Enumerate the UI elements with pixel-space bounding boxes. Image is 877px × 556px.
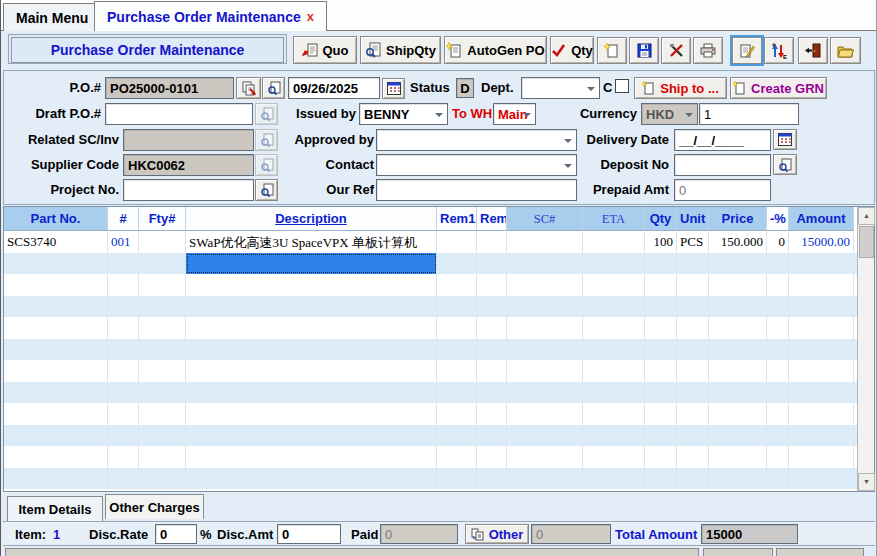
- cell-part_no[interactable]: [4, 403, 108, 425]
- cell-rem2[interactable]: [477, 231, 507, 253]
- prepaid-amt-field[interactable]: 0: [674, 179, 771, 201]
- cell-rem1[interactable]: [437, 231, 477, 253]
- cell-fty[interactable]: [139, 403, 186, 425]
- cell-qty[interactable]: [645, 253, 677, 275]
- column-header-rem2[interactable]: Rem2: [477, 207, 507, 231]
- cell-part_no[interactable]: [4, 382, 108, 404]
- contact-combobox[interactable]: [376, 154, 577, 176]
- po-number-field[interactable]: PO25000-0101: [105, 77, 234, 99]
- cell-qty[interactable]: [645, 274, 677, 296]
- cell-amount[interactable]: [789, 425, 854, 447]
- cell-part_no[interactable]: [4, 468, 108, 490]
- tab-other-charges[interactable]: Other Charges: [105, 494, 204, 519]
- cell-eta[interactable]: [583, 468, 645, 490]
- cell-price[interactable]: [709, 253, 767, 275]
- cell-sc[interactable]: [507, 446, 583, 468]
- cell-fty[interactable]: [139, 317, 186, 339]
- print-button[interactable]: [693, 37, 723, 64]
- cell-fty[interactable]: [139, 339, 186, 361]
- cell-amount[interactable]: [789, 468, 854, 490]
- cell-rem1[interactable]: [437, 339, 477, 361]
- cell-fty[interactable]: [139, 468, 186, 490]
- cell-num[interactable]: [108, 253, 139, 275]
- cell-sc[interactable]: [507, 468, 583, 490]
- disc-rate-field[interactable]: 0: [155, 524, 197, 544]
- po-lookup-button[interactable]: [262, 77, 285, 99]
- cell-num[interactable]: [108, 446, 139, 468]
- cell-qty[interactable]: [645, 468, 677, 490]
- cell-description[interactable]: [186, 425, 437, 447]
- cell-rem1[interactable]: [437, 382, 477, 404]
- cell-unit[interactable]: [677, 296, 709, 318]
- cell-description[interactable]: [186, 296, 437, 318]
- cell-rem1[interactable]: [437, 296, 477, 318]
- cell-qty[interactable]: [645, 382, 677, 404]
- new-button[interactable]: [597, 37, 627, 64]
- cell-unit[interactable]: [677, 468, 709, 490]
- deposit-no-field[interactable]: [674, 154, 771, 176]
- cell-qty[interactable]: [645, 446, 677, 468]
- cell-num[interactable]: [108, 403, 139, 425]
- currency-rate-field[interactable]: 1: [699, 103, 799, 125]
- cell-qty[interactable]: [645, 360, 677, 382]
- cell-unit[interactable]: [677, 253, 709, 275]
- cell-fty[interactable]: [139, 296, 186, 318]
- cell-unit[interactable]: [677, 339, 709, 361]
- cell-amount[interactable]: [789, 339, 854, 361]
- project-no-field[interactable]: [123, 179, 254, 201]
- cell-disc[interactable]: [767, 403, 789, 425]
- column-header-eta[interactable]: ETA: [583, 207, 645, 231]
- delivery-date-field[interactable]: __/__/____: [674, 129, 771, 151]
- cell-fty[interactable]: [139, 360, 186, 382]
- cell-price[interactable]: [709, 360, 767, 382]
- column-header-description[interactable]: Description: [186, 207, 437, 231]
- cell-qty[interactable]: [645, 296, 677, 318]
- cell-num[interactable]: [108, 339, 139, 361]
- cell-unit[interactable]: [677, 403, 709, 425]
- cell-qty[interactable]: [645, 317, 677, 339]
- po-date-calendar-button[interactable]: [382, 78, 405, 99]
- column-header-part_no[interactable]: Part No.: [4, 207, 108, 231]
- cell-amount[interactable]: [789, 360, 854, 382]
- cell-unit[interactable]: [677, 360, 709, 382]
- quo-button[interactable]: Quo: [293, 36, 357, 64]
- edit-button[interactable]: [732, 37, 762, 64]
- cell-part_no[interactable]: [4, 296, 108, 318]
- cell-rem1[interactable]: [437, 360, 477, 382]
- deposit-lookup-button[interactable]: [773, 154, 797, 175]
- cell-eta[interactable]: [583, 231, 645, 253]
- cell-disc[interactable]: [767, 425, 789, 447]
- cell-amount[interactable]: [789, 274, 854, 296]
- column-header-price[interactable]: Price: [709, 207, 767, 231]
- cell-disc[interactable]: [767, 382, 789, 404]
- cell-rem2[interactable]: [477, 446, 507, 468]
- cell-description[interactable]: [186, 446, 437, 468]
- cell-description[interactable]: [186, 360, 437, 382]
- cell-sc[interactable]: [507, 231, 583, 253]
- cell-price[interactable]: 150.000: [709, 231, 767, 253]
- create-grn-button[interactable]: Create GRN: [730, 77, 827, 99]
- cell-rem2[interactable]: [477, 253, 507, 275]
- cell-amount[interactable]: [789, 296, 854, 318]
- cell-part_no[interactable]: [4, 317, 108, 339]
- cell-unit[interactable]: [677, 446, 709, 468]
- cell-num[interactable]: [108, 274, 139, 296]
- cell-amount[interactable]: [789, 403, 854, 425]
- cell-rem2[interactable]: [477, 360, 507, 382]
- cell-rem1[interactable]: [437, 468, 477, 490]
- cell-disc[interactable]: 0: [767, 231, 789, 253]
- cell-fty[interactable]: [139, 382, 186, 404]
- tab-purchase-order-maintenance[interactable]: Purchase Order Maintenance x: [94, 1, 327, 31]
- cell-disc[interactable]: [767, 446, 789, 468]
- cell-sc[interactable]: [507, 339, 583, 361]
- cell-rem1[interactable]: [437, 403, 477, 425]
- cell-disc[interactable]: [767, 274, 789, 296]
- cell-description[interactable]: [186, 274, 437, 296]
- cell-description[interactable]: [186, 253, 437, 275]
- copy-document-button[interactable]: [236, 77, 261, 99]
- cell-rem1[interactable]: [437, 317, 477, 339]
- tab-close-icon[interactable]: x: [307, 9, 314, 24]
- cell-unit[interactable]: [677, 382, 709, 404]
- tab-main-menu[interactable]: Main Menu: [3, 3, 101, 31]
- cell-price[interactable]: [709, 339, 767, 361]
